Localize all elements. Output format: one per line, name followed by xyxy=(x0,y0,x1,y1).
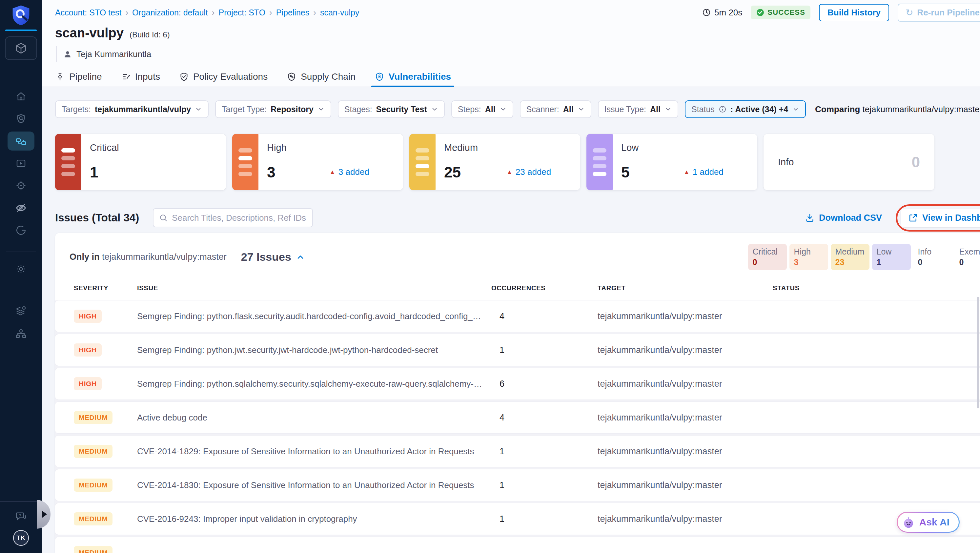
severity-cell: MEDIUM xyxy=(74,546,137,553)
filter-issue-type[interactable]: Issue Type:All xyxy=(598,100,678,118)
tab-policy-evaluations[interactable]: Policy Evaluations xyxy=(179,67,267,87)
tab-label: Pipeline xyxy=(69,72,102,82)
issue-title: CVE-2014-1830: Exposure of Sensitive Inf… xyxy=(137,480,491,490)
chevron-down-icon xyxy=(431,106,438,113)
sidebar-item-exemption-power[interactable] xyxy=(8,221,35,240)
filter-scanner[interactable]: Scanner:All xyxy=(520,100,591,118)
chip-label: High xyxy=(794,247,824,256)
column-header-occurrences: OCCURRENCES xyxy=(491,284,598,292)
sidebar-item-chat-question[interactable]: ? xyxy=(8,507,35,526)
severity-card-label: Low xyxy=(621,142,639,153)
table-row[interactable]: MEDIUMCVE-2016-9243: Improper input vali… xyxy=(55,503,980,535)
breadcrumb-link[interactable]: Project: STO xyxy=(218,8,265,17)
severity-level-bar xyxy=(61,164,75,168)
tab-pipeline[interactable]: Pipeline xyxy=(55,67,102,87)
tab-supply-chain[interactable]: Supply Chain xyxy=(286,67,356,87)
severity-card-count: 5 xyxy=(621,163,630,181)
filter-target-type[interactable]: Target Type:Repository xyxy=(215,100,331,118)
sidebar-item-network-gear[interactable] xyxy=(8,324,35,343)
sidebar-item-home[interactable] xyxy=(8,87,35,106)
sidebar-item-executions-play[interactable] xyxy=(8,154,35,173)
filter-value: Repository xyxy=(270,105,313,114)
refresh-icon: ↻ xyxy=(905,7,913,18)
breadcrumb-link[interactable]: scan-vulpy xyxy=(320,8,360,17)
table-rows: HIGHSemgrep Finding: python.flask.securi… xyxy=(55,300,980,553)
severity-cell: HIGH xyxy=(74,377,137,390)
table-header: SEVERITYISSUEOCCURRENCESTARGETSTATUS xyxy=(55,284,980,292)
tab-shield-check-icon xyxy=(179,72,189,82)
ask-ai-button[interactable]: Ask AI xyxy=(897,512,960,533)
occurrences-value: 4 xyxy=(491,311,598,321)
triangle-up-icon: ▲ xyxy=(329,168,336,176)
triangle-up-icon: ▲ xyxy=(684,168,690,176)
target-value: tejakummarikuntla/vulpy:master xyxy=(598,480,773,490)
page-scrollbar[interactable] xyxy=(977,297,979,408)
filter-value: All xyxy=(485,105,496,114)
cube-module-icon xyxy=(14,42,27,55)
severity-card-delta: ▲3 added xyxy=(329,167,369,177)
severity-badge: HIGH xyxy=(74,343,102,356)
svg-text:?: ? xyxy=(19,513,21,518)
search-input[interactable] xyxy=(172,213,307,223)
table-row[interactable]: MEDIUMActive debug code4tejakummarikuntl… xyxy=(55,402,980,433)
sidebar-module-switcher[interactable] xyxy=(5,37,37,60)
header-zone: Account: STO test›Organization: default›… xyxy=(42,0,980,87)
chevron-down-icon xyxy=(318,106,325,113)
table-row[interactable]: HIGHSemgrep Finding: python.sqlalchemy.s… xyxy=(55,368,980,399)
chip-count: 3 xyxy=(794,257,824,267)
build-id: (Build Id: 6) xyxy=(130,30,170,39)
sidebar-item-shield-search[interactable] xyxy=(8,109,35,128)
occurrences-value: 1 xyxy=(491,514,598,524)
comparing-text: Comparing tejakummarikuntla/vulpy:master… xyxy=(815,104,980,114)
filter-targets[interactable]: Targets:tejakummarikuntla/vulpy xyxy=(55,100,208,118)
rerun-pipeline-button[interactable]: ↻ Re-run Pipeline xyxy=(898,3,980,22)
breadcrumb-link[interactable]: Account: STO test xyxy=(55,8,121,17)
occurrences-value: 1 xyxy=(491,447,598,456)
sidebar-item-pipeline[interactable] xyxy=(8,132,35,151)
target-value: tejakummarikuntla/vulpy:master xyxy=(598,379,773,389)
chip-count: 0 xyxy=(753,257,782,267)
author-row: Teja Kummarikuntla xyxy=(56,46,980,62)
table-row[interactable]: MEDIUMCVE-2014-1830: Exposure of Sensiti… xyxy=(55,469,980,501)
external-link-icon xyxy=(908,213,918,223)
download-csv-button[interactable]: Download CSV xyxy=(805,213,882,223)
severity-level-bar xyxy=(61,148,75,153)
issues-count-toggle[interactable]: 27 Issues xyxy=(241,251,305,264)
build-history-button[interactable]: Build History xyxy=(819,4,889,21)
user-avatar[interactable]: TK xyxy=(13,530,29,546)
table-row[interactable]: HIGHSemgrep Finding: python.flask.securi… xyxy=(55,300,980,332)
sidebar-item-gear[interactable] xyxy=(8,259,35,278)
issue-title: CVE-2014-1829: Exposure of Sensitive Inf… xyxy=(137,447,491,456)
severity-level-bar xyxy=(593,148,606,153)
table-row[interactable]: MEDIUM xyxy=(55,537,980,553)
filter-stages[interactable]: Stages:Security Test xyxy=(338,100,445,118)
filter-steps[interactable]: Steps:All xyxy=(451,100,513,118)
tab-inputs[interactable]: Inputs xyxy=(121,67,160,87)
chip-label: Medium xyxy=(835,247,865,256)
table-row[interactable]: HIGHSemgrep Finding: python.jwt.security… xyxy=(55,334,980,366)
tab-label: Supply Chain xyxy=(301,72,356,82)
severity-cell: HIGH xyxy=(74,310,137,323)
shield-search-icon xyxy=(16,113,27,124)
breadcrumb-link[interactable]: Pipelines xyxy=(276,8,309,17)
sidebar-item-target-crosshair[interactable] xyxy=(8,176,35,195)
sidebar-item-layers-gear[interactable] xyxy=(8,302,35,321)
table-row[interactable]: MEDIUMCVE-2014-1829: Exposure of Sensiti… xyxy=(55,435,980,467)
target-value: tejakummarikuntla/vulpy:master xyxy=(598,413,773,423)
tab-vulnerabilities[interactable]: Vulnerabilities xyxy=(375,67,451,87)
filter-value: Security Test xyxy=(376,105,427,114)
target-value: tejakummarikuntla/vulpy:master xyxy=(598,447,773,456)
search-box xyxy=(153,208,313,227)
breadcrumb-link[interactable]: Organization: default xyxy=(132,8,208,17)
filter-label: Scanner: xyxy=(527,105,559,114)
tab-pipeline-icon xyxy=(55,72,65,82)
harness-sto-logo-icon[interactable] xyxy=(11,5,32,26)
tab-label: Policy Evaluations xyxy=(193,72,267,82)
sidebar-item-eye-off[interactable] xyxy=(8,199,35,218)
severity-card-delta: ▲1 added xyxy=(684,167,724,177)
severity-cell: HIGH xyxy=(74,343,137,356)
filter-status[interactable]: Status : Active (34) +4 xyxy=(685,100,806,118)
severity-level-bar xyxy=(415,164,430,168)
view-in-dashboard-button[interactable]: View in Dashboard xyxy=(901,208,980,227)
topbar-right: 5m 20s SUCCESS Build History ↻ Re-run Pi… xyxy=(702,3,980,22)
